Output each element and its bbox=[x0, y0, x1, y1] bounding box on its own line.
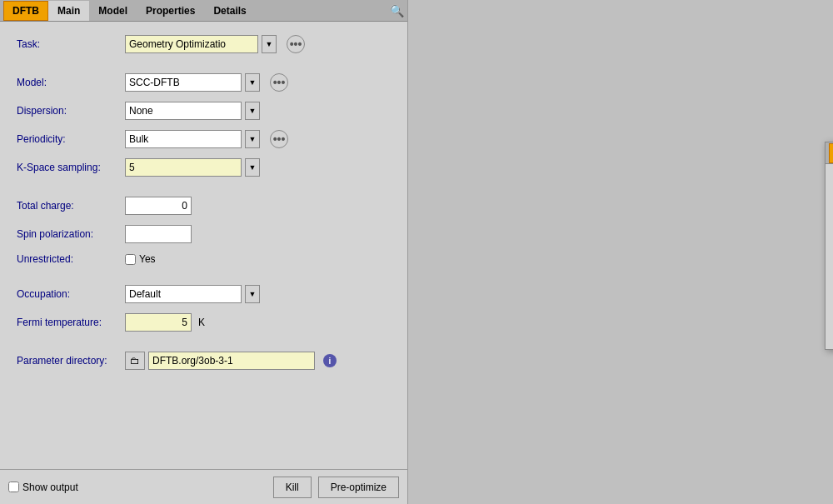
param-dir-input[interactable] bbox=[148, 352, 315, 370]
task-label: Task: bbox=[17, 38, 125, 50]
task-control: ▼ ••• bbox=[125, 35, 391, 53]
occupation-input[interactable] bbox=[125, 285, 242, 303]
periodicity-control: ▼ ••• bbox=[125, 130, 391, 148]
total-charge-input[interactable] bbox=[125, 197, 192, 215]
fermi-label: Fermi temperature: bbox=[17, 317, 125, 328]
periodicity-input[interactable] bbox=[125, 130, 242, 148]
unrestricted-yes-label: Yes bbox=[139, 253, 156, 265]
kspace-label: K-Space sampling: bbox=[17, 162, 125, 173]
spin-row: Spin polarization: bbox=[17, 225, 391, 243]
tab-main-left[interactable]: Main bbox=[48, 1, 89, 21]
total-charge-row: Total charge: bbox=[17, 197, 391, 215]
param-info-btn[interactable]: i bbox=[323, 354, 337, 367]
dispersion-row: Dispersion: ▼ bbox=[17, 102, 391, 120]
dispersion-label: Dispersion: bbox=[17, 105, 125, 117]
right-tab-bar: DFTB Main Model Properties Details 🔍 bbox=[826, 142, 833, 164]
kill-button[interactable]: Kill bbox=[273, 477, 312, 498]
unrestricted-row: Unrestricted: Yes bbox=[17, 253, 391, 265]
left-tab-bar: DFTB Main Model Properties Details 🔍 bbox=[0, 0, 407, 22]
unrestricted-control: Yes bbox=[125, 253, 391, 265]
fermi-control: K bbox=[125, 313, 391, 332]
occupation-row: Occupation: ▼ bbox=[17, 285, 391, 303]
occupation-control: ▼ bbox=[125, 285, 391, 303]
model-row: Model: ▼ ••• bbox=[17, 73, 391, 92]
task-more-btn[interactable]: ••• bbox=[287, 35, 305, 53]
fermi-unit: K bbox=[198, 317, 205, 328]
unrestricted-checkbox-label: Yes bbox=[125, 253, 156, 265]
periodicity-row: Periodicity: ▼ ••• bbox=[17, 130, 391, 148]
param-dir-row: Parameter directory: 🗀 i bbox=[17, 352, 391, 370]
spin-label: Spin polarization: bbox=[17, 228, 125, 240]
param-dir-label: Parameter directory: bbox=[17, 355, 125, 367]
model-input[interactable] bbox=[125, 73, 242, 92]
model-control: ▼ ••• bbox=[125, 73, 391, 92]
spin-control bbox=[125, 225, 391, 243]
task-dropdown-btn[interactable]: ▼ bbox=[262, 35, 277, 53]
task-input[interactable] bbox=[125, 35, 258, 53]
task-row: Task: ▼ ••• bbox=[17, 35, 391, 53]
model-more-btn[interactable]: ••• bbox=[270, 73, 288, 92]
tab-dftb-left[interactable]: DFTB bbox=[3, 1, 48, 21]
left-form-area: Task: ▼ ••• Model: ▼ ••• Dispersion: ▼ bbox=[0, 22, 407, 469]
unrestricted-checkbox[interactable] bbox=[125, 254, 136, 265]
dispersion-control: ▼ bbox=[125, 102, 391, 120]
total-charge-label: Total charge: bbox=[17, 200, 125, 212]
tab-details-left[interactable]: Details bbox=[204, 1, 255, 21]
search-icon-left[interactable]: 🔍 bbox=[390, 4, 404, 17]
dispersion-input[interactable] bbox=[125, 102, 242, 120]
kspace-row: K-Space sampling: ▼ bbox=[17, 158, 391, 177]
kspace-dropdown-btn[interactable]: ▼ bbox=[245, 158, 260, 177]
dispersion-dropdown-btn[interactable]: ▼ bbox=[245, 102, 260, 120]
kspace-input[interactable] bbox=[125, 158, 242, 177]
periodicity-label: Periodicity: bbox=[17, 133, 125, 145]
fermi-input[interactable] bbox=[125, 313, 192, 332]
periodicity-more-btn[interactable]: ••• bbox=[270, 130, 288, 148]
left-panel: DFTB Main Model Properties Details 🔍 Tas… bbox=[0, 0, 408, 504]
tab-properties-left[interactable]: Properties bbox=[137, 1, 204, 21]
total-charge-control bbox=[125, 197, 391, 215]
kspace-control: ▼ bbox=[125, 158, 391, 177]
show-output-checkbox[interactable] bbox=[8, 482, 19, 492]
right-panel: DFTB Main Model Properties Details 🔍 Geo… bbox=[825, 142, 833, 350]
tab-model-left[interactable]: Model bbox=[89, 1, 137, 21]
show-output-text: Show output bbox=[22, 482, 78, 493]
param-dir-control: 🗀 i bbox=[125, 352, 391, 370]
periodicity-dropdown-btn[interactable]: ▼ bbox=[245, 130, 260, 148]
occupation-label: Occupation: bbox=[17, 288, 125, 300]
folder-btn[interactable]: 🗀 bbox=[125, 352, 145, 370]
right-form-area: Geometry Optimization i Optimization met… bbox=[826, 164, 833, 349]
fermi-row: Fermi temperature: K bbox=[17, 313, 391, 332]
show-output-label: Show output bbox=[8, 482, 78, 493]
model-dropdown-btn[interactable]: ▼ bbox=[245, 73, 260, 92]
occupation-dropdown-btn[interactable]: ▼ bbox=[245, 285, 260, 303]
unrestricted-label: Unrestricted: bbox=[17, 253, 125, 265]
spin-input[interactable] bbox=[125, 225, 192, 243]
pre-optimize-button[interactable]: Pre-optimize bbox=[318, 477, 399, 498]
bottom-bar: Show output Kill Pre-optimize bbox=[0, 469, 407, 504]
model-label: Model: bbox=[17, 77, 125, 88]
tab-dftb-right[interactable]: DFTB bbox=[829, 143, 833, 163]
